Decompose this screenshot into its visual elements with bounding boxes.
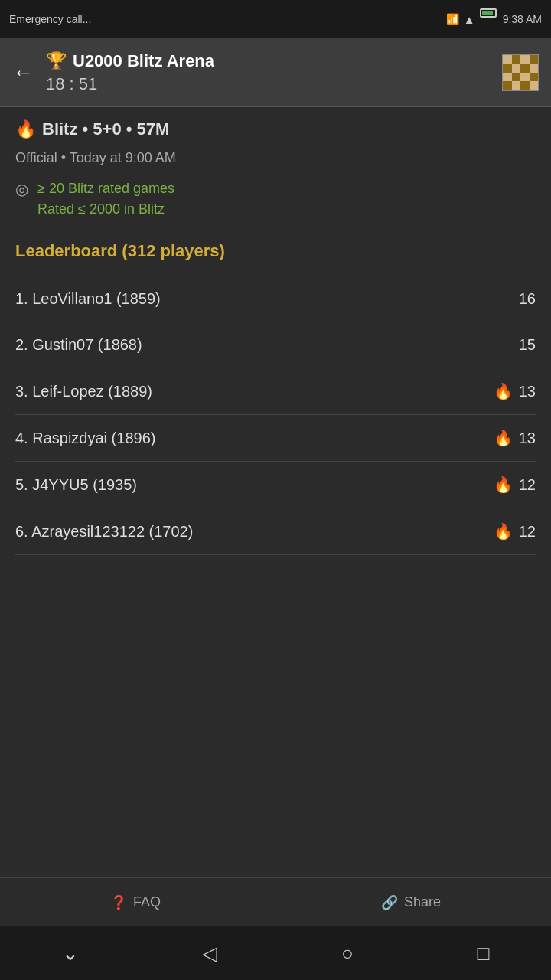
req-line2: Rated ≤ 2000 in Blitz: [37, 199, 174, 220]
status-bar: Emergency call... 📶 ▲ 9:38 AM: [0, 0, 551, 38]
streak-flame-icon: 🔥: [494, 382, 513, 400]
game-type-text: Blitz • 5+0 • 57M: [42, 119, 169, 139]
player-row[interactable]: 6. Azrayesil123122 (1702)🔥12: [15, 508, 536, 555]
header-title-block: 🏆 U2000 Blitz Arena 18 : 51: [46, 51, 502, 94]
player-score: 16: [519, 290, 536, 308]
faq-label: FAQ: [133, 894, 161, 910]
chess-cell: [503, 81, 512, 90]
streak-flame-icon: 🔥: [494, 522, 513, 541]
requirements-text: ≥ 20 Blitz rated games Rated ≤ 2000 in B…: [37, 178, 174, 220]
streak-flame-icon: 🔥: [494, 429, 513, 447]
nav-back-button[interactable]: ◁: [202, 942, 217, 965]
share-label: Share: [404, 894, 441, 910]
score-value: 16: [519, 290, 536, 308]
question-icon: ❓: [110, 894, 127, 911]
official-row: Official • Today at 9:00 AM: [15, 150, 536, 166]
player-rank-name: 3. Leif-Lopez (1889): [15, 383, 152, 400]
share-button[interactable]: 🔗 Share: [381, 894, 441, 911]
sim-icon: 📶: [446, 13, 459, 25]
requirements-row: ◎ ≥ 20 Blitz rated games Rated ≤ 2000 in…: [15, 178, 536, 220]
faq-button[interactable]: ❓ FAQ: [110, 894, 161, 911]
chess-cell: [512, 55, 521, 64]
chess-cell: [530, 81, 539, 90]
player-row[interactable]: 4. Raspizdyai (1896)🔥13: [15, 415, 536, 462]
game-type-row: 🔥 Blitz • 5+0 • 57M: [15, 119, 536, 139]
chess-cell: [520, 81, 530, 90]
chess-cell: [520, 64, 530, 73]
nav-home-button[interactable]: ○: [341, 942, 354, 965]
chess-cell: [512, 64, 521, 73]
back-button[interactable]: ←: [12, 62, 34, 83]
player-score: 15: [519, 336, 536, 354]
chess-cell: [512, 81, 521, 90]
share-icon: 🔗: [381, 894, 398, 911]
leaderboard-heading: Leaderboard (312 players): [15, 241, 536, 261]
nav-bar: ⌄ ◁ ○ □: [0, 926, 551, 980]
chess-cell: [530, 73, 539, 82]
chess-cell: [503, 73, 512, 82]
player-rank-name: 6. Azrayesil123122 (1702): [15, 523, 193, 541]
blitz-flame-icon: 🔥: [15, 119, 36, 139]
score-value: 13: [519, 430, 536, 447]
target-icon: ◎: [15, 180, 28, 198]
chess-cell: [520, 73, 530, 82]
score-value: 15: [519, 336, 536, 354]
chess-cell: [503, 64, 512, 73]
player-rank-name: 1. LeoVillano1 (1859): [15, 290, 161, 308]
main-content: 🔥 Blitz • 5+0 • 57M Official • Today at …: [0, 107, 551, 877]
chess-cell: [530, 64, 539, 73]
score-value: 12: [519, 476, 536, 494]
chess-cell: [520, 55, 530, 64]
player-list: 1. LeoVillano1 (1859)162. Gustin07 (1868…: [15, 276, 536, 555]
player-rank-name: 4. Raspizdyai (1896): [15, 430, 155, 447]
status-right: 📶 ▲ 9:38 AM: [446, 8, 542, 30]
chess-cell: [530, 55, 539, 64]
player-score: 🔥12: [494, 475, 536, 494]
nav-recent-button[interactable]: □: [477, 942, 489, 965]
player-row[interactable]: 3. Leif-Lopez (1889)🔥13: [15, 368, 536, 415]
player-rank-name: 2. Gustin07 (1868): [15, 336, 142, 354]
score-value: 12: [519, 523, 536, 541]
chess-cell: [503, 55, 512, 64]
wifi-icon: ▲: [464, 13, 475, 26]
chess-board-icon[interactable]: [502, 54, 539, 91]
clock-text: 9:38 AM: [503, 13, 542, 25]
player-rank-name: 5. J4YYU5 (1935): [15, 476, 137, 494]
streak-flame-icon: 🔥: [494, 475, 513, 494]
player-score: 🔥12: [494, 522, 536, 541]
player-score: 🔥13: [494, 382, 536, 400]
player-row[interactable]: 1. LeoVillano1 (1859)16: [15, 276, 536, 322]
chess-cell: [512, 73, 521, 82]
score-value: 13: [519, 383, 536, 400]
emergency-call-text: Emergency call...: [9, 13, 91, 25]
battery-icon: [480, 8, 497, 30]
trophy-icon: 🏆: [46, 51, 67, 71]
nav-down-button[interactable]: ⌄: [62, 942, 79, 965]
status-icons: 📶 ▲: [446, 8, 497, 30]
player-row[interactable]: 5. J4YYU5 (1935)🔥12: [15, 462, 536, 508]
arena-title: 🏆 U2000 Blitz Arena: [46, 51, 502, 71]
footer: ❓ FAQ 🔗 Share: [0, 877, 551, 926]
player-row[interactable]: 2. Gustin07 (1868)15: [15, 322, 536, 368]
app-header: ← 🏆 U2000 Blitz Arena 18 : 51: [0, 38, 551, 107]
req-line1: ≥ 20 Blitz rated games: [37, 178, 174, 199]
arena-timer: 18 : 51: [46, 74, 502, 94]
player-score: 🔥13: [494, 429, 536, 447]
